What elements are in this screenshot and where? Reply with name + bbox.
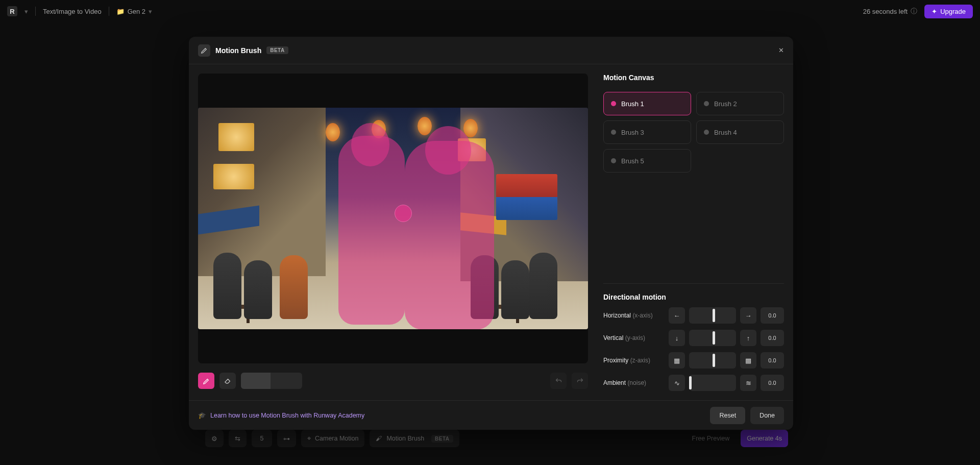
ambient-high-button[interactable]: ≋ [740, 375, 756, 391]
canvas-toolbar [198, 371, 588, 391]
canvas-image [198, 108, 588, 329]
camera-motion-button[interactable]: ⌖ Camera Motion [301, 430, 364, 447]
ambient-value[interactable]: 0.0 [761, 375, 784, 391]
brush-1[interactable]: Brush 1 [603, 92, 691, 115]
brush-label: Brush 2 [714, 100, 737, 108]
seed-icon: ⇆ [235, 435, 240, 443]
folder-icon: 📁 [116, 8, 125, 15]
undo-button[interactable] [550, 373, 567, 389]
brush-mask [405, 141, 494, 329]
camera-motion-label: Camera Motion [315, 435, 358, 442]
axis-label: (z-axis) [630, 357, 650, 364]
close-button[interactable]: ✕ [778, 46, 784, 54]
proximity-out-button[interactable]: ▩ [740, 352, 756, 369]
chevron-down-icon[interactable]: ▾ [24, 8, 28, 15]
upgrade-button[interactable]: ✦ Upgrade [924, 5, 973, 18]
brush-4[interactable]: Brush 4 [696, 120, 784, 144]
proximity-row: Proximity (z-axis) ▦ ▩ 0.0 [603, 352, 784, 369]
sliders-icon: ⚙ [211, 435, 217, 443]
arrow-right-button[interactable]: → [740, 307, 756, 324]
project-switcher[interactable]: 📁 Gen 2 ▾ [116, 8, 152, 15]
horizontal-value[interactable]: 0.0 [761, 307, 784, 324]
brush-label: Brush 4 [714, 129, 737, 136]
free-preview-button[interactable]: Free Preview [686, 430, 736, 447]
proximity-in-button[interactable]: ▦ [669, 352, 685, 369]
brush-3[interactable]: Brush 3 [603, 120, 691, 144]
beta-badge: BETA [266, 46, 288, 54]
modal-header: Motion Brush BETA ✕ [189, 37, 793, 64]
learn-link[interactable]: 🎓 Learn how to use Motion Brush with Run… [198, 411, 364, 419]
seconds-left-label: 26 seconds left [863, 8, 908, 15]
modal-title: Motion Brush [215, 46, 261, 55]
arrow-down-button[interactable]: ↓ [669, 330, 685, 346]
ambient-low-button[interactable]: ∿ [669, 375, 685, 391]
learn-label: Learn how to use Motion Brush with Runwa… [210, 412, 364, 419]
horizontal-label: Horizontal [603, 312, 631, 319]
settings-button[interactable]: ⚙ [205, 430, 224, 447]
modal-footer: 🎓 Learn how to use Motion Brush with Run… [189, 400, 793, 430]
ambient-label: Ambient [603, 379, 626, 386]
erase-tool[interactable] [219, 373, 236, 389]
seed-button[interactable]: ⇆ [229, 430, 247, 447]
motion-brush-modal: Motion Brush BETA ✕ [189, 37, 793, 430]
generate-button[interactable]: Generate 4s [741, 430, 788, 447]
axis-label: (y-axis) [625, 334, 645, 341]
reset-button[interactable]: Reset [710, 407, 745, 424]
horizontal-row: Horizontal (x-axis) ← → 0.0 [603, 307, 784, 324]
vertical-slider[interactable] [689, 330, 736, 346]
academy-icon: 🎓 [198, 411, 206, 419]
vertical-value[interactable]: 0.0 [761, 330, 784, 346]
proximity-slider[interactable] [689, 352, 736, 369]
ambient-slider[interactable] [689, 375, 736, 391]
brush-2[interactable]: Brush 2 [696, 92, 784, 115]
arrow-left-button[interactable]: ← [669, 307, 685, 324]
brush-canvas[interactable] [198, 74, 588, 363]
brush-label: Brush 3 [621, 129, 644, 136]
sparkle-icon: ✦ [932, 8, 937, 15]
horizontal-slider[interactable] [689, 307, 736, 324]
value-display[interactable]: 5 [252, 430, 272, 447]
proximity-value[interactable]: 0.0 [761, 352, 784, 369]
upgrade-label: Upgrade [940, 8, 966, 15]
interpolate-button[interactable]: ⊶ [277, 430, 296, 447]
app-logo[interactable]: R [7, 6, 17, 16]
ambient-row: Ambient (noise) ∿ ≋ 0.0 [603, 375, 784, 391]
brush-mask [338, 136, 405, 325]
motion-brush-label: Motion Brush [386, 435, 424, 442]
axis-label: (x-axis) [632, 312, 652, 319]
chevron-down-icon: ▾ [149, 8, 152, 15]
brush-5[interactable]: Brush 5 [603, 149, 691, 173]
brush-icon [198, 44, 210, 57]
interpolate-icon: ⊶ [283, 435, 290, 443]
page-switcher[interactable]: Text/Image to Video [43, 8, 102, 15]
motion-brush-button[interactable]: 🖌 Motion Brush BETA [370, 430, 459, 447]
arrow-up-button[interactable]: ↑ [740, 330, 756, 346]
brush-label: Brush 5 [621, 157, 644, 165]
motion-canvas-title: Motion Canvas [603, 74, 784, 82]
vertical-label: Vertical [603, 334, 623, 341]
info-icon: ⓘ [911, 7, 917, 16]
camera-icon: ⌖ [307, 435, 311, 443]
brush-selector: Brush 1 Brush 2 Brush 3 Brush 4 Brush 5 [603, 92, 784, 173]
proximity-label: Proximity [603, 357, 628, 364]
beta-badge: BETA [431, 435, 453, 443]
brush-cursor [395, 205, 412, 222]
seconds-left[interactable]: 26 seconds left ⓘ [863, 7, 917, 16]
project-label: Gen 2 [128, 8, 145, 15]
brush-label: Brush 1 [621, 100, 644, 108]
paint-tool[interactable] [198, 373, 214, 389]
redo-button[interactable] [572, 373, 588, 389]
brush-size-slider[interactable] [241, 373, 302, 389]
axis-label: (noise) [627, 379, 646, 386]
vertical-row: Vertical (y-axis) ↓ ↑ 0.0 [603, 330, 784, 346]
top-bar: R ▾ Text/Image to Video 📁 Gen 2 ▾ 26 sec… [0, 0, 980, 22]
page-label: Text/Image to Video [43, 8, 102, 15]
done-button[interactable]: Done [750, 407, 784, 424]
directional-title: Directional motion [603, 293, 784, 301]
brush-icon: 🖌 [376, 435, 382, 442]
